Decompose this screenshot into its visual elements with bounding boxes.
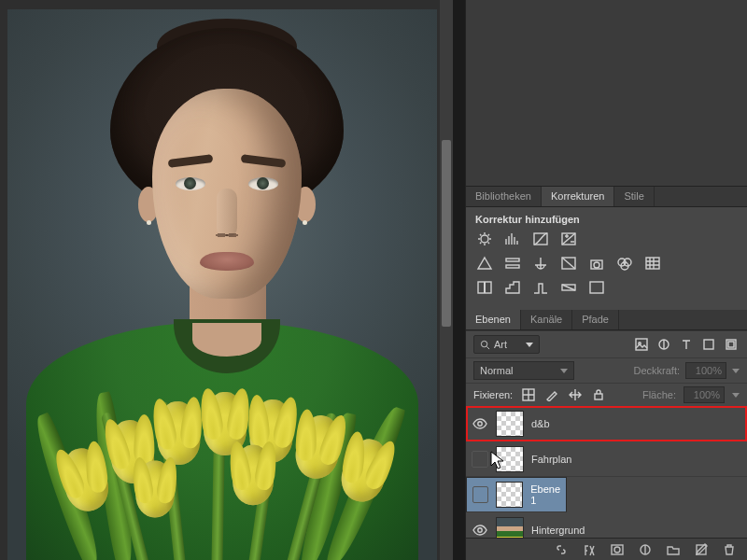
adjustments-heading: Korrektur hinzufügen [475, 214, 738, 225]
blend-mode-select[interactable]: Normal [473, 361, 574, 380]
bouquet [45, 383, 409, 560]
layers-list: d&bFahrplanEbene 1Hintergrund [466, 406, 747, 538]
layer-thumbnail[interactable] [496, 411, 524, 437]
add-mask-icon[interactable] [609, 541, 626, 558]
svg-rect-3 [506, 259, 519, 261]
layer-name[interactable]: Ebene 1 [530, 483, 560, 506]
adjustments-tabbar: Bibliotheken Korrekturen Stile [466, 187, 747, 207]
gradient-map-icon[interactable] [559, 279, 578, 296]
invert-icon[interactable] [475, 279, 494, 296]
layer-filter-kind[interactable] [473, 335, 540, 354]
posterize-icon[interactable] [503, 279, 522, 296]
blend-row: Normal Deckkraft: 100% [466, 357, 747, 383]
filter-type-icon[interactable] [678, 336, 695, 353]
layer-thumbnail[interactable] [496, 517, 524, 539]
delete-layer-icon[interactable] [721, 541, 738, 558]
svg-rect-21 [728, 342, 734, 347]
tab-kanaele[interactable]: Kanäle [521, 310, 572, 329]
layer-name[interactable]: Hintergrund [531, 525, 741, 536]
fill-value[interactable]: 100% [684, 386, 725, 403]
threshold-icon[interactable] [531, 279, 550, 296]
color-balance-icon[interactable] [531, 255, 550, 272]
levels-icon[interactable] [503, 231, 522, 247]
vertical-scrollbar[interactable] [440, 0, 453, 560]
lock-all-icon[interactable] [590, 386, 607, 403]
svg-point-24 [478, 421, 482, 425]
lock-position-icon[interactable] [567, 386, 584, 403]
fill-label: Fläche: [642, 389, 676, 400]
hue-saturation-icon[interactable] [503, 255, 522, 272]
layers-bottom-bar [466, 538, 747, 560]
layers-tabbar: Ebenen Kanäle Pfade [466, 310, 747, 330]
opacity-value[interactable]: 100% [685, 362, 726, 379]
new-layer-icon[interactable] [693, 541, 710, 558]
lock-label: Fixieren: [473, 389, 513, 400]
tab-pfade[interactable]: Pfade [572, 310, 619, 329]
visibility-toggle[interactable] [472, 486, 488, 503]
new-adjustment-icon[interactable] [637, 541, 654, 558]
svg-rect-11 [646, 258, 659, 269]
layer-row[interactable]: Ebene 1 [466, 477, 567, 512]
channel-mixer-icon[interactable] [615, 255, 634, 272]
brightness-contrast-icon[interactable] [475, 231, 494, 247]
opacity-label: Deckkraft: [633, 365, 680, 376]
new-group-icon[interactable] [665, 541, 682, 558]
svg-rect-23 [595, 394, 602, 399]
layer-row[interactable]: Fahrplan [466, 441, 747, 477]
svg-rect-14 [590, 282, 603, 293]
svg-point-29 [614, 547, 620, 553]
document-viewport [0, 0, 453, 560]
link-layers-icon[interactable] [553, 541, 570, 558]
tab-bibliotheken[interactable]: Bibliotheken [466, 187, 542, 206]
svg-point-27 [478, 527, 482, 531]
layer-name[interactable]: Fahrplan [531, 454, 741, 465]
svg-point-15 [481, 341, 486, 346]
visibility-toggle[interactable] [472, 451, 488, 468]
selective-color-icon[interactable] [587, 279, 606, 296]
svg-rect-16 [636, 339, 647, 350]
filter-adjust-icon[interactable] [655, 336, 672, 353]
layer-filter-row [466, 330, 747, 357]
svg-point-0 [481, 235, 488, 243]
layer-thumbnail[interactable] [496, 446, 524, 472]
tab-stile[interactable]: Stile [614, 187, 654, 206]
filter-pixel-icon[interactable] [633, 336, 650, 353]
layer-fx-icon[interactable] [581, 541, 598, 558]
panels-column: Bibliotheken Korrekturen Stile Korrektur… [465, 0, 747, 560]
layer-thumbnail[interactable] [496, 482, 523, 508]
layer-row[interactable]: Hintergrund [466, 512, 747, 538]
tab-korrekturen[interactable]: Korrekturen [542, 187, 614, 206]
svg-rect-19 [704, 340, 713, 349]
vibrance-icon[interactable] [475, 255, 494, 272]
adjustments-panel: Korrektur hinzufügen [466, 207, 747, 310]
filter-smart-icon[interactable] [723, 336, 740, 353]
svg-point-7 [594, 262, 599, 268]
black-white-icon[interactable] [559, 255, 578, 272]
exposure-icon[interactable] [559, 231, 578, 247]
layer-row[interactable]: d&b [466, 406, 747, 441]
lock-transparency-icon[interactable] [520, 386, 537, 403]
lock-image-icon[interactable] [543, 386, 560, 403]
visibility-toggle[interactable] [472, 415, 488, 432]
color-lookup-icon[interactable] [643, 255, 662, 272]
curves-icon[interactable] [531, 231, 550, 247]
layer-name[interactable]: d&b [531, 418, 741, 429]
filter-shape-icon[interactable] [700, 336, 717, 353]
properties-panel-empty [466, 0, 747, 187]
tab-ebenen[interactable]: Ebenen [466, 310, 521, 329]
canvas[interactable] [7, 9, 437, 560]
layer-filter-input[interactable] [494, 339, 522, 350]
photo-filter-icon[interactable] [587, 255, 606, 272]
svg-rect-4 [506, 265, 519, 268]
lock-row: Fixieren: Fläche: 100% [466, 383, 747, 406]
svg-rect-31 [697, 545, 706, 554]
visibility-toggle[interactable] [472, 522, 488, 539]
